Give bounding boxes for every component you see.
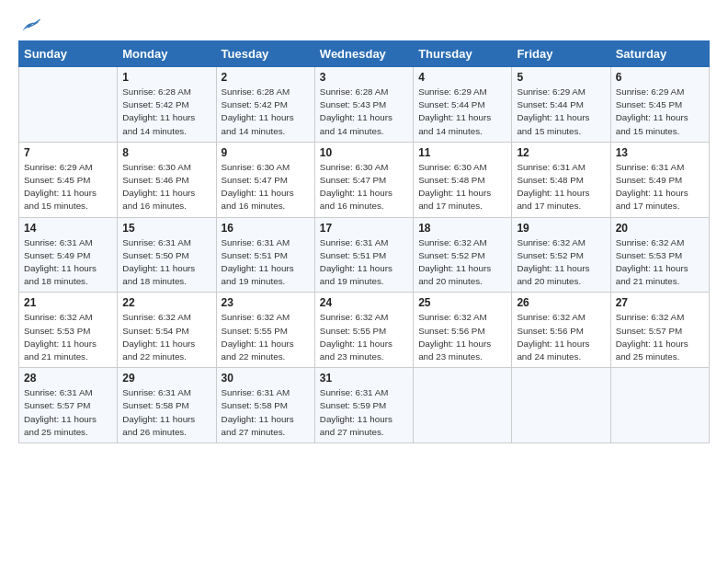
day-cell: 15Sunrise: 6:31 AMSunset: 5:50 PMDayligh… <box>118 217 216 293</box>
day-cell: 10Sunrise: 6:30 AMSunset: 5:47 PMDayligh… <box>314 142 413 217</box>
day-number: 28 <box>24 372 112 385</box>
day-info: Sunrise: 6:32 AMSunset: 5:55 PMDaylight:… <box>222 311 310 363</box>
week-row-4: 21Sunrise: 6:32 AMSunset: 5:53 PMDayligh… <box>19 293 710 368</box>
day-cell <box>512 368 610 443</box>
day-cell: 30Sunrise: 6:31 AMSunset: 5:58 PMDayligh… <box>216 368 314 443</box>
day-info: Sunrise: 6:31 AMSunset: 5:59 PMDaylight:… <box>320 386 408 439</box>
day-info: Sunrise: 6:32 AMSunset: 5:57 PMDaylight:… <box>616 311 704 363</box>
day-cell: 25Sunrise: 6:32 AMSunset: 5:56 PMDayligh… <box>414 293 512 368</box>
day-cell: 12Sunrise: 6:31 AMSunset: 5:48 PMDayligh… <box>512 142 610 217</box>
day-number: 8 <box>122 146 210 159</box>
day-info: Sunrise: 6:32 AMSunset: 5:55 PMDaylight:… <box>320 311 408 363</box>
day-cell: 8Sunrise: 6:30 AMSunset: 5:46 PMDaylight… <box>118 142 216 217</box>
day-info: Sunrise: 6:32 AMSunset: 5:52 PMDaylight:… <box>418 236 506 289</box>
day-number: 29 <box>122 372 210 385</box>
col-header-wednesday: Wednesday <box>314 41 413 67</box>
day-info: Sunrise: 6:31 AMSunset: 5:51 PMDaylight:… <box>222 236 310 289</box>
day-cell: 29Sunrise: 6:31 AMSunset: 5:58 PMDayligh… <box>118 368 216 443</box>
day-cell: 17Sunrise: 6:31 AMSunset: 5:51 PMDayligh… <box>314 217 413 293</box>
day-number: 22 <box>122 296 210 309</box>
header-row: SundayMondayTuesdayWednesdayThursdayFrid… <box>19 41 710 67</box>
day-number: 26 <box>517 296 605 309</box>
col-header-thursday: Thursday <box>414 41 512 67</box>
day-cell: 5Sunrise: 6:29 AMSunset: 5:44 PMDaylight… <box>512 67 610 143</box>
day-cell <box>19 67 118 143</box>
day-info: Sunrise: 6:28 AMSunset: 5:42 PMDaylight:… <box>122 86 210 138</box>
day-cell: 27Sunrise: 6:32 AMSunset: 5:57 PMDayligh… <box>610 293 709 368</box>
day-info: Sunrise: 6:32 AMSunset: 5:53 PMDaylight:… <box>24 311 112 363</box>
day-info: Sunrise: 6:31 AMSunset: 5:51 PMDaylight:… <box>320 236 408 289</box>
col-header-monday: Monday <box>118 41 216 67</box>
day-number: 3 <box>320 71 408 84</box>
day-number: 14 <box>24 222 112 235</box>
day-number: 13 <box>616 146 704 159</box>
col-header-saturday: Saturday <box>610 41 709 67</box>
day-number: 16 <box>222 222 310 235</box>
day-number: 11 <box>418 146 506 159</box>
week-row-1: 1Sunrise: 6:28 AMSunset: 5:42 PMDaylight… <box>19 67 710 143</box>
day-info: Sunrise: 6:31 AMSunset: 5:58 PMDaylight:… <box>222 386 310 439</box>
day-cell: 28Sunrise: 6:31 AMSunset: 5:57 PMDayligh… <box>19 368 118 443</box>
day-number: 12 <box>517 146 605 159</box>
day-cell: 4Sunrise: 6:29 AMSunset: 5:44 PMDaylight… <box>414 67 512 143</box>
day-cell: 2Sunrise: 6:28 AMSunset: 5:42 PMDaylight… <box>216 67 314 143</box>
col-header-tuesday: Tuesday <box>216 41 314 67</box>
day-cell: 13Sunrise: 6:31 AMSunset: 5:49 PMDayligh… <box>610 142 709 217</box>
day-cell: 14Sunrise: 6:31 AMSunset: 5:49 PMDayligh… <box>19 217 118 293</box>
day-number: 21 <box>24 296 112 309</box>
day-number: 4 <box>418 71 506 84</box>
day-cell: 19Sunrise: 6:32 AMSunset: 5:52 PMDayligh… <box>512 217 610 293</box>
day-number: 25 <box>418 296 506 309</box>
day-cell: 7Sunrise: 6:29 AMSunset: 5:45 PMDaylight… <box>19 142 118 217</box>
day-cell: 21Sunrise: 6:32 AMSunset: 5:53 PMDayligh… <box>19 293 118 368</box>
day-info: Sunrise: 6:32 AMSunset: 5:54 PMDaylight:… <box>122 311 210 363</box>
header <box>18 17 710 31</box>
day-info: Sunrise: 6:31 AMSunset: 5:49 PMDaylight:… <box>24 236 112 289</box>
day-cell: 31Sunrise: 6:31 AMSunset: 5:59 PMDayligh… <box>314 368 413 443</box>
day-cell: 9Sunrise: 6:30 AMSunset: 5:47 PMDaylight… <box>216 142 314 217</box>
day-number: 23 <box>222 296 310 309</box>
day-cell: 22Sunrise: 6:32 AMSunset: 5:54 PMDayligh… <box>118 293 216 368</box>
col-header-friday: Friday <box>512 41 610 67</box>
day-number: 19 <box>517 222 605 235</box>
day-info: Sunrise: 6:32 AMSunset: 5:53 PMDaylight:… <box>616 236 704 289</box>
day-info: Sunrise: 6:29 AMSunset: 5:44 PMDaylight:… <box>517 86 605 138</box>
day-info: Sunrise: 6:30 AMSunset: 5:48 PMDaylight:… <box>418 161 506 213</box>
day-info: Sunrise: 6:30 AMSunset: 5:46 PMDaylight:… <box>122 161 210 213</box>
day-number: 7 <box>24 146 112 159</box>
logo-bird-icon <box>21 17 41 33</box>
day-number: 2 <box>222 71 310 84</box>
day-cell: 1Sunrise: 6:28 AMSunset: 5:42 PMDaylight… <box>118 67 216 143</box>
day-info: Sunrise: 6:32 AMSunset: 5:56 PMDaylight:… <box>517 311 605 363</box>
day-info: Sunrise: 6:28 AMSunset: 5:43 PMDaylight:… <box>320 86 408 138</box>
col-header-sunday: Sunday <box>19 41 118 67</box>
day-cell: 26Sunrise: 6:32 AMSunset: 5:56 PMDayligh… <box>512 293 610 368</box>
day-cell: 23Sunrise: 6:32 AMSunset: 5:55 PMDayligh… <box>216 293 314 368</box>
logo <box>18 17 41 31</box>
day-info: Sunrise: 6:32 AMSunset: 5:56 PMDaylight:… <box>418 311 506 363</box>
day-info: Sunrise: 6:32 AMSunset: 5:52 PMDaylight:… <box>517 236 605 289</box>
week-row-3: 14Sunrise: 6:31 AMSunset: 5:49 PMDayligh… <box>19 217 710 293</box>
day-number: 15 <box>122 222 210 235</box>
day-cell: 16Sunrise: 6:31 AMSunset: 5:51 PMDayligh… <box>216 217 314 293</box>
day-number: 6 <box>616 71 704 84</box>
day-cell: 18Sunrise: 6:32 AMSunset: 5:52 PMDayligh… <box>414 217 512 293</box>
page: SundayMondayTuesdayWednesdayThursdayFrid… <box>0 0 728 563</box>
day-cell: 24Sunrise: 6:32 AMSunset: 5:55 PMDayligh… <box>314 293 413 368</box>
day-info: Sunrise: 6:31 AMSunset: 5:50 PMDaylight:… <box>122 236 210 289</box>
day-info: Sunrise: 6:31 AMSunset: 5:48 PMDaylight:… <box>517 161 605 213</box>
day-cell: 6Sunrise: 6:29 AMSunset: 5:45 PMDaylight… <box>610 67 709 143</box>
day-number: 27 <box>616 296 704 309</box>
day-info: Sunrise: 6:30 AMSunset: 5:47 PMDaylight:… <box>320 161 408 213</box>
day-cell <box>610 368 709 443</box>
day-info: Sunrise: 6:31 AMSunset: 5:57 PMDaylight:… <box>24 386 112 439</box>
day-info: Sunrise: 6:30 AMSunset: 5:47 PMDaylight:… <box>222 161 310 213</box>
day-cell: 11Sunrise: 6:30 AMSunset: 5:48 PMDayligh… <box>414 142 512 217</box>
calendar-table: SundayMondayTuesdayWednesdayThursdayFrid… <box>18 40 710 443</box>
day-number: 1 <box>122 71 210 84</box>
day-cell: 3Sunrise: 6:28 AMSunset: 5:43 PMDaylight… <box>314 67 413 143</box>
day-info: Sunrise: 6:31 AMSunset: 5:58 PMDaylight:… <box>122 386 210 439</box>
day-info: Sunrise: 6:31 AMSunset: 5:49 PMDaylight:… <box>616 161 704 213</box>
day-number: 18 <box>418 222 506 235</box>
day-number: 24 <box>320 296 408 309</box>
